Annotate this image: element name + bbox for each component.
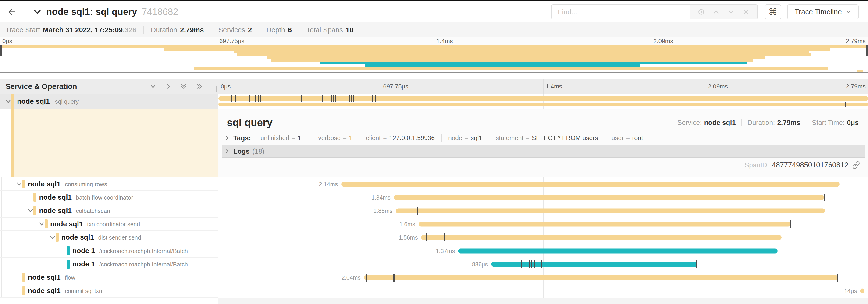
divider xyxy=(299,26,299,34)
span-bar[interactable] xyxy=(421,235,782,240)
tag-item: user=root xyxy=(604,134,643,142)
span-bar-row[interactable]: 14μs xyxy=(218,284,868,298)
span-bar[interactable] xyxy=(860,289,864,294)
trace-start-fraction: .326 xyxy=(123,26,136,34)
trace-expander-chevron-icon[interactable] xyxy=(33,7,42,16)
span-tree-row[interactable]: node sql1txn coordinator send xyxy=(0,217,218,231)
log-tick-mark xyxy=(444,234,444,241)
span-bar-row[interactable]: 1.37ms xyxy=(218,244,868,258)
tag-value: 127.0.0.1:59936 xyxy=(389,134,435,142)
detail-highlight xyxy=(14,108,218,177)
timeline-ruler: 0μs697.75μs1.4ms2.09ms2.79ms xyxy=(218,79,868,94)
keyboard-shortcuts-button[interactable]: ⌘ xyxy=(765,4,781,20)
indent-guide xyxy=(57,244,58,257)
indent-guide xyxy=(24,244,24,257)
span-bar-row[interactable]: 1.85ms xyxy=(218,204,868,217)
minimap-right-handle[interactable] xyxy=(866,45,868,56)
span-id-label: SpanID: xyxy=(745,161,769,169)
span-duration-label: 886μs xyxy=(472,261,491,268)
span-id-row: SpanID: 4877749850101760812 xyxy=(218,158,868,173)
tags-accordion[interactable]: Tags: _unfinished=1_verbose=1client=127.… xyxy=(222,131,865,145)
span-tree-row[interactable]: node sql1dist sender send xyxy=(0,231,218,244)
link-icon[interactable] xyxy=(852,161,860,169)
span-bar[interactable] xyxy=(218,96,868,101)
span-tree-label: node sql1txn coordinator send xyxy=(50,220,140,228)
find-next-icon[interactable] xyxy=(727,8,735,15)
tag-value: sql1 xyxy=(471,134,482,142)
log-tick-mark xyxy=(691,260,691,268)
span-bar-row[interactable]: 1.6ms xyxy=(218,217,868,231)
chevron-down-icon[interactable] xyxy=(27,207,34,214)
find-input[interactable] xyxy=(552,5,689,19)
span-bar-row[interactable]: 886μs xyxy=(218,258,868,271)
span-bar[interactable] xyxy=(491,262,697,267)
span-tree-row[interactable]: node 1/cockroach.roachpb.Internal/Batch xyxy=(0,258,218,271)
selected-span-tree-cell[interactable]: node sql1 sql query xyxy=(0,94,218,108)
start-time-label: Start Time: xyxy=(812,119,845,127)
minimap-span-bar xyxy=(164,48,830,51)
chevron-down-icon[interactable] xyxy=(5,98,12,105)
span-bar-row[interactable]: 1.56ms xyxy=(218,231,868,244)
equals-sign: = xyxy=(465,134,468,142)
span-bar[interactable] xyxy=(396,208,825,213)
view-selector-button[interactable]: Trace Timeline xyxy=(787,4,859,20)
locate-span-icon[interactable] xyxy=(698,8,705,15)
page-header: node sql1: sql query7418682 xyxy=(0,1,868,22)
find-prev-icon[interactable] xyxy=(713,8,720,15)
span-tree-row[interactable]: node sql1commit sql txn xyxy=(0,284,218,298)
span-detail-band: sql query Service: node sql1 Duration: 2… xyxy=(0,108,868,177)
selected-span-row[interactable]: node sql1 sql query xyxy=(0,94,868,108)
span-bar[interactable] xyxy=(364,275,838,280)
minimap-left-handle[interactable] xyxy=(0,45,2,56)
trace-summary-bar: Trace Start March 31 2022, 17:25:09 .326… xyxy=(0,22,868,37)
span-bar[interactable] xyxy=(341,182,839,187)
chevron-down-icon[interactable] xyxy=(38,221,45,228)
footer-band xyxy=(0,298,868,304)
logs-accordion[interactable]: Logs (18) xyxy=(222,145,865,158)
span-bar[interactable] xyxy=(394,195,824,200)
log-tick-mark xyxy=(531,260,532,268)
indent-guide xyxy=(35,217,35,231)
panel-resize-grip[interactable] xyxy=(214,86,217,92)
indent-guide xyxy=(12,204,13,217)
indent-guide xyxy=(46,258,46,270)
selected-span-bar-cell[interactable] xyxy=(218,94,868,108)
span-tree-row[interactable]: node sql1batch flow coordinator xyxy=(0,191,218,204)
span-tree-row[interactable]: node sql1consuming rows xyxy=(0,177,218,191)
minimap-span-bar xyxy=(234,50,809,54)
collapse-one-icon[interactable] xyxy=(149,83,157,90)
span-bars-column: 2.14ms1.84ms1.85ms1.6ms1.56ms1.37ms886μs… xyxy=(218,177,868,298)
span-bar[interactable] xyxy=(418,222,791,227)
indent-guide xyxy=(24,204,24,217)
log-tick-mark xyxy=(394,274,395,281)
expand-all-icon[interactable] xyxy=(195,83,203,90)
chevron-down-icon[interactable] xyxy=(16,180,23,188)
equals-sign: = xyxy=(626,134,630,142)
back-button[interactable] xyxy=(0,1,24,22)
depth-value: 6 xyxy=(288,26,292,34)
span-tree-row[interactable]: node sql1colbatchscan xyxy=(0,204,218,217)
span-bar-row[interactable]: 2.04ms xyxy=(218,271,868,284)
clear-find-icon[interactable] xyxy=(742,8,749,15)
chevron-down-icon[interactable] xyxy=(49,234,56,241)
service-name: node sql1 xyxy=(50,220,83,228)
indent-guide xyxy=(35,244,35,257)
span-duration-label: 1.84ms xyxy=(371,194,394,201)
collapse-controls xyxy=(149,83,203,90)
indent-guide xyxy=(1,177,2,190)
axis-tick-label: 2.09ms xyxy=(651,38,673,45)
span-tree-row[interactable]: node sql1flow xyxy=(0,271,218,284)
trace-minimap[interactable] xyxy=(0,45,868,73)
span-bar-row[interactable]: 2.14ms xyxy=(218,177,868,191)
span-bar[interactable] xyxy=(458,248,778,253)
expand-one-icon[interactable] xyxy=(165,83,172,90)
indent-guide xyxy=(24,258,24,270)
minimap-span-bar xyxy=(858,70,863,72)
span-tree-row[interactable]: node 1/cockroach.roachpb.Internal/Batch xyxy=(0,244,218,258)
page-title: node sql1: sql query7418682 xyxy=(46,6,178,17)
collapse-all-icon[interactable] xyxy=(180,83,188,90)
span-bar-row[interactable]: 1.84ms xyxy=(218,191,868,204)
log-tick-mark xyxy=(367,274,367,281)
log-tick-mark xyxy=(260,95,261,102)
equals-sign: = xyxy=(343,134,347,142)
